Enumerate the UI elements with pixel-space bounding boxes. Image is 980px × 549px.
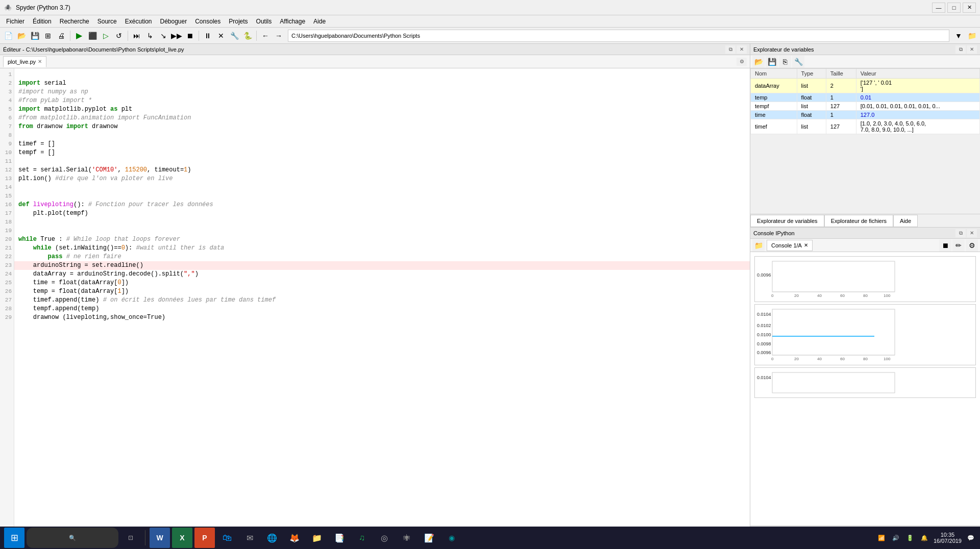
- notification-icon[interactable]: 🔔: [919, 533, 929, 543]
- menu-item-source[interactable]: Source: [93, 17, 121, 26]
- col-value[interactable]: Valeur: [856, 69, 979, 79]
- var-copy-button[interactable]: ⎘: [779, 56, 791, 68]
- taskbar-word[interactable]: W: [150, 528, 170, 548]
- table-row[interactable]: dataArray list 2 ['127 ', ' 0.01']: [751, 79, 980, 93]
- tab-close-icon[interactable]: ✕: [38, 59, 42, 64]
- run-line-button[interactable]: ↺: [113, 30, 125, 42]
- taskbar-arduino[interactable]: ◉: [442, 528, 462, 548]
- python-button[interactable]: 🐍: [241, 30, 254, 42]
- var-float-button[interactable]: ⧉: [955, 45, 966, 54]
- taskbar-files[interactable]: 📁: [307, 528, 327, 548]
- table-row[interactable]: tempf list 127 [0.01, 0.01, 0.01, 0.01, …: [751, 102, 980, 111]
- ipy-stop-button[interactable]: ⏹: [939, 239, 951, 252]
- col-name[interactable]: Nom: [751, 69, 797, 79]
- code-editor[interactable]: 1 2 3 4 5 6 7 8 9 10 11 12 13 14 15 16 1…: [0, 68, 750, 539]
- ipy-new-button[interactable]: 📁: [752, 239, 765, 252]
- line-num-27: 27: [0, 296, 12, 305]
- var-import-button[interactable]: 📂: [752, 56, 765, 68]
- step-into-button[interactable]: ↘: [157, 30, 169, 42]
- path-bar[interactable]: C:\Users\hguelpabonaro\Documents\Python …: [288, 30, 949, 42]
- table-row[interactable]: time float 1 127.0: [751, 111, 980, 119]
- continue-button[interactable]: ▶▶: [170, 30, 183, 42]
- menu-item-outils[interactable]: Outils: [252, 17, 276, 26]
- tab-aide[interactable]: Aide: [893, 215, 918, 227]
- tools-button[interactable]: 🔧: [228, 30, 240, 42]
- table-row[interactable]: timef list 127 [1.0, 2.0, 3.0, 4.0, 5.0,…: [751, 119, 980, 134]
- folder-button[interactable]: 📁: [966, 30, 978, 42]
- taskbar-firefox[interactable]: 🦊: [284, 528, 305, 548]
- code-content[interactable]: import serial #import numpy as np #from …: [14, 68, 750, 539]
- menu-item-édition[interactable]: Édition: [29, 17, 56, 26]
- editor-close-button[interactable]: ✕: [737, 45, 747, 54]
- profile-button[interactable]: ⏸: [202, 30, 214, 42]
- stop-debug-button[interactable]: ⏹: [184, 30, 196, 42]
- action-center-icon[interactable]: 💬: [966, 533, 976, 543]
- menu-item-déboguer[interactable]: Déboguer: [156, 17, 191, 26]
- menu-item-recherche[interactable]: Recherche: [56, 17, 93, 26]
- svg-rect-9: [772, 309, 895, 355]
- taskbar-store[interactable]: 🛍: [217, 528, 237, 548]
- start-button[interactable]: ⊞: [4, 528, 24, 548]
- col-size[interactable]: Taille: [826, 69, 856, 79]
- line-num-9: 9: [0, 140, 12, 148]
- print-button[interactable]: 🖨: [55, 30, 67, 42]
- menu-item-projets[interactable]: Projets: [225, 17, 252, 26]
- step-button[interactable]: ↳: [144, 30, 156, 42]
- taskbar-mail[interactable]: ✉: [239, 528, 260, 548]
- var-delete-button[interactable]: 🔧: [792, 56, 804, 68]
- battery-icon[interactable]: 🔋: [905, 533, 915, 543]
- menu-item-exécution[interactable]: Exécution: [121, 17, 156, 26]
- ipy-float-button[interactable]: ⧉: [955, 229, 966, 237]
- menu-item-aide[interactable]: Aide: [309, 17, 330, 26]
- taskbar-ppt[interactable]: P: [194, 528, 215, 548]
- ipy-close-button[interactable]: ✕: [967, 229, 977, 237]
- close-button[interactable]: ✕: [963, 3, 976, 13]
- menu-item-fichier[interactable]: Fichier: [2, 17, 29, 26]
- console-tab-close[interactable]: ✕: [804, 242, 808, 248]
- ipy-console-tab[interactable]: Console 1/A ✕: [767, 240, 813, 251]
- minimize-button[interactable]: —: [932, 3, 945, 13]
- forward-button[interactable]: →: [273, 30, 285, 42]
- var-table: Nom Type Taille Valeur dataArray list 2 …: [750, 68, 980, 214]
- browse-button[interactable]: ▼: [952, 30, 965, 42]
- taskbar-sticky[interactable]: 📝: [419, 528, 439, 548]
- maximize-button[interactable]: □: [947, 3, 961, 13]
- tab-file-explorer[interactable]: Explorateur de fichiers: [824, 215, 893, 227]
- new-file-button[interactable]: 📄: [2, 30, 14, 42]
- code-line-4: import matplotlib.pyplot as plt: [18, 106, 132, 113]
- back-button[interactable]: ←: [259, 30, 272, 42]
- taskbar-pdf[interactable]: 📑: [329, 528, 350, 548]
- editor-tab-plot-live[interactable]: plot_live.py ✕: [3, 56, 46, 67]
- tab-var-explorer[interactable]: Explorateur de variables: [750, 215, 824, 227]
- run-file-button[interactable]: ⬛: [86, 30, 99, 42]
- search-taskbar[interactable]: 🔍: [27, 528, 118, 548]
- var-size: 2: [826, 79, 856, 93]
- task-view-button[interactable]: ⊡: [120, 528, 141, 548]
- volume-icon[interactable]: 🔊: [891, 533, 901, 543]
- var-close-button[interactable]: ✕: [967, 45, 977, 54]
- run-cell-button[interactable]: ▷: [100, 30, 112, 42]
- taskbar-circle[interactable]: ◎: [374, 528, 395, 548]
- save-file-button[interactable]: 💾: [29, 30, 41, 42]
- menu-item-affichage[interactable]: Affichage: [276, 17, 309, 26]
- taskbar-edge[interactable]: 🌐: [262, 528, 282, 548]
- taskbar-spider[interactable]: 🕷: [397, 528, 417, 548]
- editor-float-button[interactable]: ⧉: [725, 45, 736, 54]
- taskbar-excel[interactable]: X: [172, 528, 192, 548]
- table-row[interactable]: temp float 1 0.01: [751, 93, 980, 102]
- col-type[interactable]: Type: [797, 69, 826, 79]
- taskbar-spotify[interactable]: ♫: [352, 528, 372, 548]
- stop-button[interactable]: ✕: [215, 30, 227, 42]
- network-icon[interactable]: 📶: [876, 533, 887, 543]
- save-all-button[interactable]: ⊞: [42, 30, 54, 42]
- main-area: Éditeur - C:\Users\hguelpabonaro\Documen…: [0, 44, 980, 539]
- ipy-gear-button[interactable]: ⚙: [966, 239, 978, 252]
- menu-item-consoles[interactable]: Consoles: [191, 17, 225, 26]
- debug-button[interactable]: ⏭: [131, 30, 143, 42]
- ipy-content[interactable]: 0.0096 0 20 40 60 80 100 0.0104: [750, 252, 980, 526]
- editor-gear-button[interactable]: ⚙: [737, 58, 747, 66]
- var-save-button[interactable]: 💾: [766, 56, 778, 68]
- ipy-edit-button[interactable]: ✏: [952, 239, 965, 252]
- open-file-button[interactable]: 📂: [15, 30, 28, 42]
- run-button[interactable]: ▶: [73, 30, 85, 42]
